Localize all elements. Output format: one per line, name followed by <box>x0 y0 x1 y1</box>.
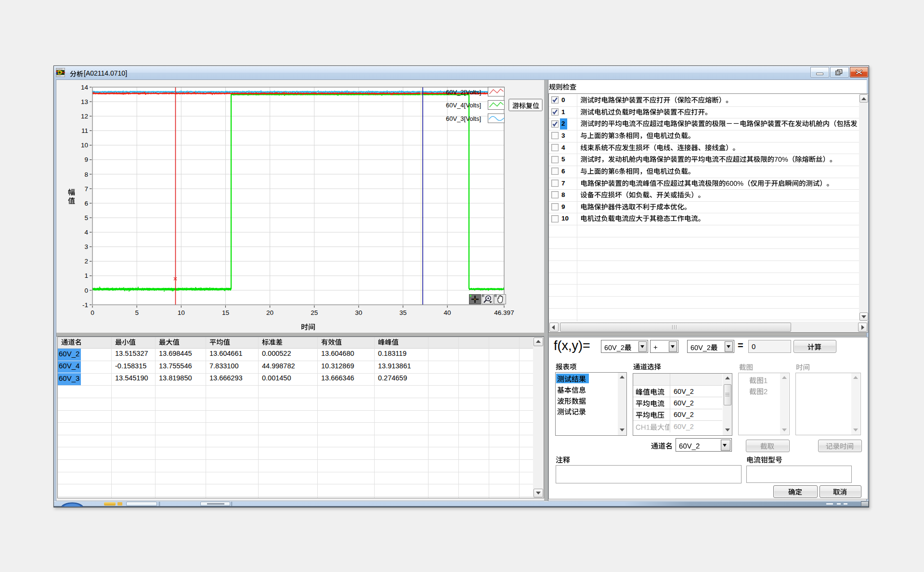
svg-text:46.397: 46.397 <box>494 309 514 316</box>
svg-text:8: 8 <box>84 171 88 178</box>
svg-text:6: 6 <box>84 200 88 207</box>
svg-text:5: 5 <box>135 309 139 316</box>
svg-text:11: 11 <box>81 127 88 134</box>
svg-text:2: 2 <box>84 258 88 265</box>
svg-text:35: 35 <box>399 309 406 316</box>
svg-text:3: 3 <box>84 243 88 250</box>
svg-text:40: 40 <box>444 309 451 316</box>
svg-text:60V_3[Volts]: 60V_3[Volts] <box>446 115 481 122</box>
svg-text:30: 30 <box>355 309 362 316</box>
svg-text:60V_2[Volts]: 60V_2[Volts] <box>446 89 481 96</box>
svg-text:0: 0 <box>84 287 88 294</box>
svg-text:4: 4 <box>84 229 88 236</box>
svg-text:-1: -1 <box>82 301 88 309</box>
svg-text:10: 10 <box>178 309 185 316</box>
svg-text:7: 7 <box>84 185 88 193</box>
svg-text:60V_4[Volts]: 60V_4[Volts] <box>446 102 481 109</box>
svg-text:9: 9 <box>84 156 88 163</box>
svg-text:5: 5 <box>84 214 88 221</box>
svg-text:15: 15 <box>222 309 229 316</box>
svg-text:1: 1 <box>84 272 88 279</box>
svg-text:0: 0 <box>91 309 94 316</box>
svg-text:20: 20 <box>266 309 273 316</box>
svg-text:25: 25 <box>311 309 318 316</box>
svg-text:13: 13 <box>81 98 88 105</box>
svg-text:12: 12 <box>81 113 88 120</box>
svg-text:10: 10 <box>81 142 88 149</box>
svg-text:14: 14 <box>81 84 89 91</box>
